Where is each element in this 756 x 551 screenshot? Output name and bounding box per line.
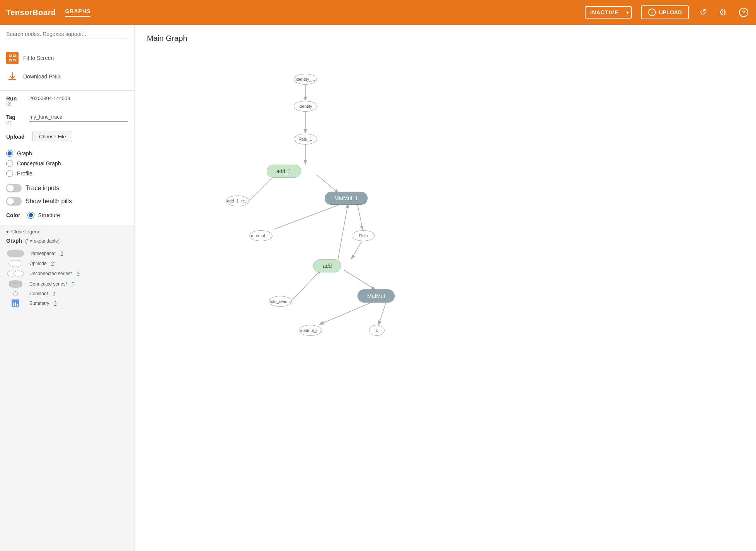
svg-point-8	[9, 284, 22, 287]
node-matmul-ellipse[interactable]: matmul_...	[249, 230, 272, 241]
legend-summary-text: Summary	[29, 301, 49, 306]
tag-label: Tag (1)	[6, 112, 25, 125]
graph-radio[interactable]	[6, 150, 13, 157]
node-relu1[interactable]: Relu_1	[294, 134, 317, 145]
fit-to-screen-button[interactable]: Fit to Screen	[6, 49, 128, 67]
upload-info-icon: i	[648, 9, 656, 16]
node-add1re-label: add_1_re...	[227, 199, 249, 203]
settings-button[interactable]: ⚙	[717, 6, 728, 19]
legend-header: Graph (* = expandable)	[6, 238, 128, 246]
node-matmul1-label: MatMul_1	[334, 195, 358, 201]
choose-file-button[interactable]: Choose File	[32, 131, 72, 142]
help-button[interactable]: ?	[737, 6, 750, 19]
svg-line-12	[317, 175, 338, 193]
profile-radio-label: Profile	[17, 170, 32, 177]
legend-unconnected-shape	[6, 270, 25, 277]
settings-icon: ⚙	[719, 7, 727, 17]
node-relu1-label: Relu_1	[299, 137, 312, 141]
svg-rect-3	[13, 60, 15, 61]
trace-inputs-toggle[interactable]	[6, 184, 22, 192]
legend-connected-shape	[6, 280, 25, 288]
svg-line-16	[336, 204, 348, 269]
legend-summary-shape	[6, 299, 25, 307]
legend-opnode-shape	[6, 260, 25, 267]
node-relu-label: Relu	[359, 233, 368, 238]
svg-line-17	[352, 240, 363, 258]
legend-unconnected-link[interactable]: ?	[77, 271, 80, 276]
svg-line-18	[344, 270, 375, 289]
fit-to-screen-label: Fit to Screen	[23, 55, 54, 61]
node-addread[interactable]: add_read...	[269, 296, 292, 307]
color-row: Color Structure	[6, 210, 128, 220]
namespace-shape	[7, 250, 24, 257]
main-graph-title: Main Graph	[147, 34, 744, 43]
legend-unconnected-text: Unconnected series*	[29, 271, 72, 276]
node-identity-ellipse[interactable]: identity_...	[294, 74, 317, 85]
node-add1-label: add_1	[276, 168, 291, 174]
conceptual-radio-row: Conceptual Graph	[6, 158, 128, 168]
node-x-label: x	[376, 328, 378, 333]
summary-bar-2	[15, 302, 16, 306]
refresh-button[interactable]: ↺	[698, 6, 708, 19]
graph-canvas[interactable]: identity_... Identity Relu_1 add_1 add_1…	[147, 51, 744, 352]
header: TensorBoard GRAPHS INACTIVE ▾ i UPLOAD ↺…	[0, 0, 756, 25]
legend-namespace: Namespace* ?	[6, 248, 128, 258]
legend-connected: Connected series* ?	[6, 279, 128, 289]
health-pills-toggle[interactable]	[6, 197, 22, 206]
unconnected-shape	[7, 270, 24, 277]
opnode-shape	[9, 260, 22, 267]
run-label: Run (2)	[6, 94, 25, 106]
svg-point-5	[14, 271, 24, 276]
nav-graphs[interactable]: GRAPHS	[65, 8, 90, 17]
app-logo: TensorBoard	[6, 8, 56, 17]
legend-unconnected: Unconnected series* ?	[6, 269, 128, 279]
svg-line-21	[379, 301, 387, 324]
node-x[interactable]: x	[369, 325, 385, 336]
health-pills-row: Show health pills	[6, 195, 128, 208]
node-add[interactable]: add	[313, 259, 341, 272]
run-select[interactable]: 20200804-144509	[29, 94, 128, 103]
legend-namespace-link[interactable]: ?	[61, 251, 63, 256]
node-add1re[interactable]: add_1_re...	[226, 196, 249, 206]
node-matmul[interactable]: MatMul	[358, 289, 395, 303]
legend-summary-link[interactable]: ?	[54, 301, 56, 306]
connected-shape	[9, 280, 22, 288]
upload-row: Upload Choose File	[0, 128, 134, 145]
node-relu[interactable]: Relu	[352, 230, 375, 241]
fit-to-screen-icon	[6, 52, 19, 64]
run-select-wrapper: INACTIVE ▾	[585, 6, 632, 19]
node-matmulr[interactable]: matmul_r...	[299, 325, 322, 336]
summary-shape	[12, 299, 19, 307]
legend-connected-link[interactable]: ?	[72, 281, 75, 287]
node-add1[interactable]: add_1	[267, 165, 301, 178]
legend-constant-link[interactable]: ?	[53, 291, 55, 296]
conceptual-radio[interactable]	[6, 160, 13, 167]
svg-rect-0	[9, 55, 12, 56]
color-structure-radio[interactable]	[27, 212, 34, 219]
svg-line-15	[274, 204, 340, 229]
download-png-button[interactable]: Download PNG	[6, 67, 128, 86]
help-icon: ?	[739, 8, 748, 17]
color-structure-label: Structure	[38, 212, 60, 218]
graph-radio-label: Graph	[17, 150, 32, 156]
svg-line-19	[291, 270, 321, 301]
node-addread-label: add_read...	[269, 299, 291, 304]
svg-rect-1	[13, 55, 15, 56]
legend-connected-text: Connected series*	[29, 281, 67, 287]
node-matmul-ellipse-label: matmul_...	[251, 233, 271, 238]
legend-section: ▾ Close legend. Graph (* = expandable) N…	[0, 225, 134, 551]
search-input[interactable]	[6, 29, 128, 39]
tag-select[interactable]: my_func_trace	[29, 112, 128, 122]
run-select[interactable]: INACTIVE	[585, 6, 632, 19]
node-identity[interactable]: Identity	[294, 101, 317, 112]
node-matmul1[interactable]: MatMul_1	[325, 192, 368, 205]
node-matmulr-label: matmul_r...	[300, 328, 321, 333]
legend-opnode-link[interactable]: ?	[51, 261, 54, 266]
search-section	[0, 25, 134, 44]
health-pills-label: Show health pills	[26, 198, 72, 205]
upload-button[interactable]: i UPLOAD	[641, 5, 689, 19]
trace-inputs-knob	[7, 185, 14, 192]
graph-radio-row: Graph	[6, 148, 128, 158]
profile-radio[interactable]	[6, 170, 13, 177]
legend-toggle[interactable]: ▾ Close legend.	[6, 229, 128, 235]
